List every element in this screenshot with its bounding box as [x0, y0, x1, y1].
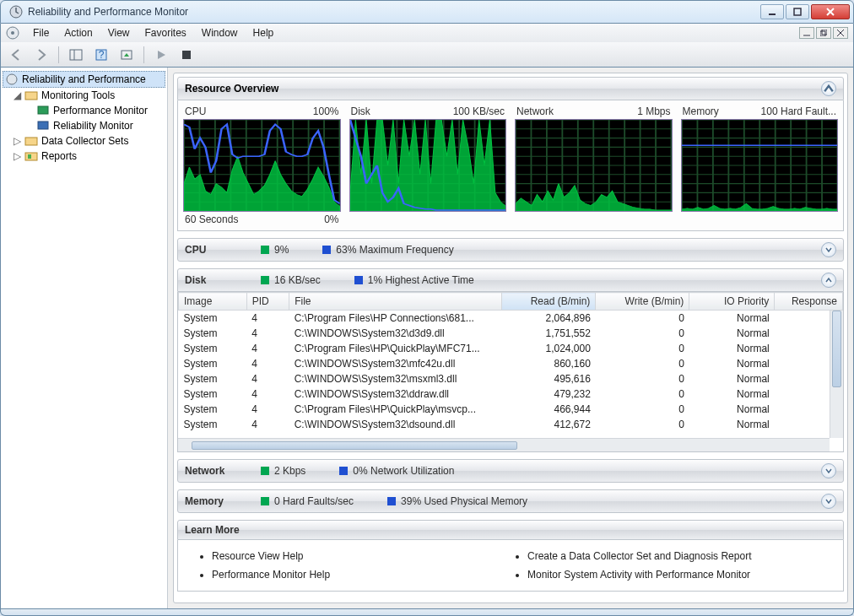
relmon-node-icon	[36, 119, 50, 132]
table-row[interactable]: System4C:\WINDOWS\System32\mfc42u.dll860…	[179, 356, 843, 371]
vertical-scrollbar[interactable]	[830, 311, 843, 438]
app-menu-icon	[6, 26, 19, 40]
memory-section-header[interactable]: Memory 0 Hard Faults/sec 39% Used Physic…	[177, 489, 844, 513]
tree-reports-label: Reports	[41, 150, 77, 162]
memory-used-value: 39% Used Physical Memory	[401, 495, 527, 507]
export-button[interactable]	[116, 45, 137, 65]
blue-swatch-icon	[354, 276, 363, 284]
cpu-freq-value: 63% Maximum Frequency	[336, 244, 453, 256]
learn-link[interactable]: Performance Monitor Help	[212, 565, 511, 584]
chart-name: Memory	[683, 105, 719, 117]
chart-disk[interactable]: Disk100 KB/sec	[349, 105, 507, 225]
green-swatch-icon	[261, 276, 269, 284]
svg-rect-16	[38, 106, 48, 114]
folder-reports-icon	[24, 149, 38, 163]
tree-collector-label: Data Collector Sets	[41, 135, 128, 147]
chart-name: CPU	[185, 105, 206, 117]
learn-link[interactable]: Monitor System Activity with Performance…	[527, 565, 826, 584]
svg-rect-20	[28, 154, 31, 159]
learn-link[interactable]: Resource View Help	[212, 547, 511, 565]
expand-icon[interactable]: ▷	[13, 135, 21, 147]
close-button[interactable]	[811, 4, 850, 19]
tree-reliability-monitor[interactable]: Reliability Monitor	[3, 118, 165, 133]
menu-view[interactable]: View	[101, 25, 137, 41]
mdi-minimize-button[interactable]	[799, 27, 814, 39]
chart-memory[interactable]: Memory100 Hard Fault...	[681, 105, 839, 225]
expand-memory-icon[interactable]	[821, 494, 836, 509]
svg-rect-7	[822, 30, 827, 35]
col-read[interactable]: Read (B/min)	[502, 293, 596, 311]
network-title: Network	[185, 465, 261, 477]
disk-table: Image PID File Read (B/min) Write (B/min…	[177, 292, 844, 452]
menu-help[interactable]: Help	[246, 25, 281, 41]
mdi-close-button[interactable]	[833, 27, 848, 39]
svg-rect-15	[25, 92, 37, 100]
maximize-button[interactable]	[786, 4, 809, 19]
disk-section-header[interactable]: Disk 16 KB/sec 1% Highest Active Time	[177, 268, 844, 292]
navigation-tree[interactable]: Reliability and Performance ◢ Monitoring…	[1, 68, 168, 608]
horizontal-scrollbar[interactable]	[178, 438, 830, 451]
expand-cpu-icon[interactable]	[821, 242, 836, 257]
blue-swatch-icon	[387, 497, 396, 505]
green-swatch-icon	[261, 467, 269, 475]
learn-more-header[interactable]: Learn More	[177, 520, 844, 540]
chart-scale: 100 KB/sec	[453, 105, 505, 117]
menu-action[interactable]: Action	[57, 25, 99, 41]
col-response[interactable]: Response	[775, 293, 843, 311]
minimize-button[interactable]	[760, 4, 784, 19]
mdi-restore-button[interactable]	[816, 27, 831, 39]
table-row[interactable]: System4C:\WINDOWS\System32\d3d9.dll1,751…	[179, 326, 843, 341]
table-row[interactable]: System4C:\Program Files\HP\QuickPlay\msv…	[179, 402, 843, 417]
col-file[interactable]: File	[289, 293, 502, 311]
chart-network[interactable]: Network1 Mbps	[515, 105, 673, 225]
svg-point-4	[11, 31, 14, 35]
expand-network-icon[interactable]	[821, 463, 836, 478]
col-image[interactable]: Image	[179, 293, 247, 311]
tree-performance-monitor[interactable]: Performance Monitor	[3, 103, 165, 118]
blue-swatch-icon	[322, 246, 331, 254]
col-write[interactable]: Write (B/min)	[596, 293, 689, 311]
overview-header[interactable]: Resource Overview	[177, 77, 844, 100]
chart-cpu[interactable]: CPU100%60 Seconds0%	[183, 105, 341, 225]
tree-reports[interactable]: ▷ Reports	[3, 149, 165, 164]
tree-data-collector-sets[interactable]: ▷ Data Collector Sets	[3, 133, 165, 149]
memory-title: Memory	[185, 495, 261, 507]
perfmon-icon	[5, 73, 19, 86]
col-pid[interactable]: PID	[246, 293, 289, 311]
menu-window[interactable]: Window	[195, 25, 245, 41]
collapse-overview-icon[interactable]	[821, 81, 836, 96]
overview-title: Resource Overview	[185, 83, 278, 95]
table-row[interactable]: System4C:\WINDOWS\System32\dsound.dll412…	[179, 417, 843, 432]
tree-monitoring-tools[interactable]: ◢ Monitoring Tools	[3, 88, 165, 103]
properties-button[interactable]: ?	[91, 45, 111, 65]
folder-tools-icon	[24, 89, 38, 102]
menu-favorites[interactable]: Favorites	[138, 25, 193, 41]
table-row[interactable]: System4C:\WINDOWS\System32\msxml3.dll495…	[179, 371, 843, 386]
tree-monitoring-label: Monitoring Tools	[41, 89, 115, 101]
svg-rect-2	[794, 8, 801, 15]
table-row[interactable]: System4C:\Program Files\HP\QuickPlay\MFC…	[179, 341, 843, 356]
stop-button[interactable]	[176, 45, 197, 65]
network-section-header[interactable]: Network 2 Kbps 0% Network Utilization	[177, 459, 844, 483]
chart-name: Disk	[351, 105, 370, 117]
table-row[interactable]: System4C:\WINDOWS\System32\ddraw.dll479,…	[179, 386, 843, 402]
forward-button[interactable]	[31, 45, 51, 65]
resource-panel: Resource Overview CPU100%60 Seconds0%Dis…	[173, 73, 848, 603]
cpu-section-header[interactable]: CPU 9% 63% Maximum Frequency	[177, 238, 844, 262]
expand-icon[interactable]: ▷	[13, 150, 21, 162]
collapse-icon[interactable]: ◢	[13, 89, 21, 101]
menu-bar: File Action View Favorites Window Help	[0, 24, 854, 42]
tree-perfmon-label: Performance Monitor	[53, 105, 148, 116]
tree-root[interactable]: Reliability and Performance	[3, 71, 165, 88]
table-row[interactable]: System4C:\Program Files\HP Connections\6…	[179, 311, 843, 327]
collapse-disk-icon[interactable]	[821, 273, 836, 288]
learn-link[interactable]: Create a Data Collector Set and Diagnosi…	[527, 547, 826, 565]
network-util-value: 0% Network Utilization	[353, 465, 454, 477]
play-button[interactable]	[151, 45, 171, 65]
back-button[interactable]	[6, 45, 26, 65]
col-priority[interactable]: IO Priority	[689, 293, 775, 311]
show-hide-tree-button[interactable]	[66, 45, 86, 65]
chart-scale: 1 Mbps	[637, 105, 670, 117]
menu-file[interactable]: File	[26, 25, 56, 41]
disk-active-value: 1% Highest Active Time	[368, 274, 474, 286]
